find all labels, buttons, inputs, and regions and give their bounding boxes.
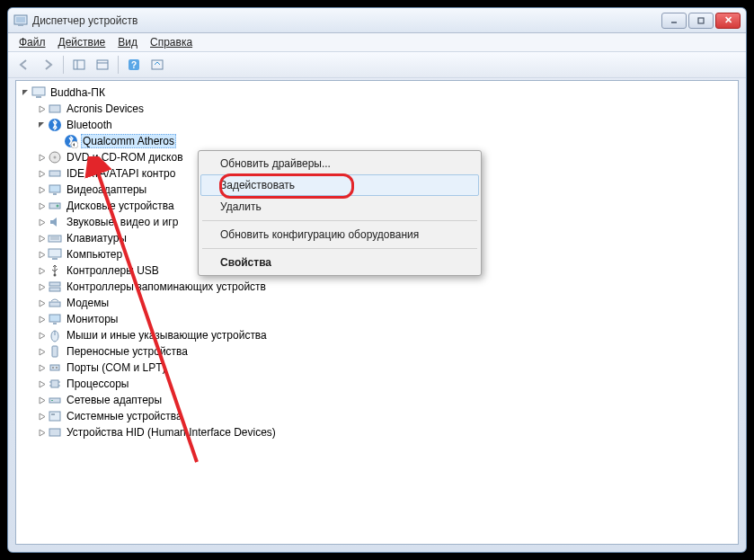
svg-rect-42 [51,380,58,387]
svg-rect-28 [49,249,61,257]
ctx-scan[interactable]: Обновить конфигурацию оборудования [200,224,479,245]
tree-item-cpu[interactable]: Процессоры [36,376,738,392]
properties-button[interactable] [92,54,113,76]
ctx-delete[interactable]: Удалить [200,196,479,218]
collapse-icon[interactable] [36,362,47,373]
menu-view[interactable]: Вид [112,34,143,50]
tree-item-mouse[interactable]: Мыши и иные указывающие устройства [36,327,738,343]
collapse-icon[interactable] [36,411,47,422]
back-button[interactable] [13,54,35,76]
svg-rect-34 [49,315,60,322]
close-button[interactable]: ✕ [715,13,741,29]
svg-rect-2 [18,24,23,26]
toolbar: ? [8,51,746,78]
collapse-icon[interactable] [36,184,47,195]
tree-item-storage[interactable]: Контроллеры запоминающих устройств [36,279,738,295]
tree-root[interactable]: Buddha-ПК [20,84,738,101]
sound-icon [48,215,62,229]
menu-help[interactable]: Справка [145,34,198,50]
svg-rect-5 [74,60,84,69]
monitor-icon [48,312,62,326]
expand-icon[interactable] [20,87,31,98]
svg-rect-38 [52,346,58,357]
tree-item-monitor[interactable]: Мониторы [36,311,738,327]
hid-icon [48,425,62,440]
svg-rect-29 [52,258,58,260]
tree-item-network[interactable]: Сетевые адаптеры [36,392,738,408]
network-icon [48,393,62,407]
collapse-icon[interactable] [36,427,47,438]
titlebar[interactable]: Диспетчер устройств ✕ [8,8,746,33]
collapse-icon[interactable] [36,298,47,308]
forward-button[interactable] [37,54,58,76]
help-button[interactable]: ? [123,54,145,76]
port-icon [48,360,62,375]
tree-item-bt-device[interactable]: Qualcomm Atheros [52,133,738,149]
menu-action[interactable]: Действие [53,34,111,50]
disk-icon [48,199,62,213]
collapse-icon[interactable] [36,152,47,163]
svg-point-41 [56,367,58,369]
bluetooth-device-icon [64,134,78,148]
keyboard-icon [48,231,62,245]
computer-icon [48,247,62,262]
svg-rect-4 [698,18,704,23]
bluetooth-icon [48,118,62,132]
menu-file[interactable]: Файл [13,34,51,50]
context-menu: Обновить драйверы... Задействовать Удали… [198,150,482,276]
tree-item-hid[interactable]: Устройства HID (Human Interface Devices) [36,424,738,440]
toolbar-separator [63,56,64,74]
svg-point-40 [52,367,54,369]
ctx-separator [202,220,477,221]
collapse-icon[interactable] [36,378,47,389]
toolbar-separator [118,56,119,74]
ctx-properties[interactable]: Свойства [200,252,479,273]
svg-rect-7 [97,60,108,69]
svg-point-19 [54,156,57,159]
svg-text:?: ? [131,60,137,70]
display-icon [48,182,62,197]
tree-item-modem[interactable]: Модемы [36,295,738,311]
collapse-icon[interactable] [36,395,47,405]
svg-rect-20 [49,171,60,176]
maximize-button[interactable] [688,13,714,29]
tree-item-system[interactable]: Системные устройства [36,408,738,424]
collapse-icon[interactable] [36,346,47,357]
collapse-icon[interactable] [36,265,47,276]
tree-item-bluetooth[interactable]: Bluetooth [36,117,738,133]
ctx-update-drivers[interactable]: Обновить драйверы... [200,153,479,174]
collapse-icon[interactable] [36,314,47,324]
svg-rect-1 [16,17,25,22]
svg-rect-50 [51,413,55,415]
ide-icon [48,166,62,181]
collapse-icon[interactable] [36,330,47,341]
collapse-icon[interactable] [36,233,47,244]
ctx-enable[interactable]: Задействовать [200,174,479,196]
window-title: Диспетчер устройств [32,14,661,27]
svg-rect-21 [49,185,60,192]
collapse-icon[interactable] [36,249,47,260]
usb-icon [48,263,62,278]
svg-rect-47 [49,398,60,403]
tree-item-portable[interactable]: Переносные устройства [36,343,738,360]
collapse-icon[interactable] [36,103,47,114]
svg-rect-51 [49,429,60,436]
svg-point-30 [54,274,57,277]
svg-rect-12 [32,87,45,95]
expand-icon[interactable] [36,120,47,130]
collapse-icon[interactable] [36,281,47,292]
collapse-icon[interactable] [36,217,47,227]
scan-button[interactable] [146,54,168,76]
svg-rect-35 [53,323,57,324]
tree-item-acronis[interactable]: Acronis Devices [36,101,738,117]
portable-icon [48,344,62,359]
tree-item-ports[interactable]: Порты (COM и LPT) [36,360,738,376]
collapse-icon[interactable] [36,168,47,179]
modem-icon [48,296,62,310]
collapse-icon[interactable] [36,200,47,211]
dvd-icon [48,150,62,164]
menubar: Файл Действие Вид Справка [8,33,746,51]
minimize-button[interactable] [661,13,687,29]
show-hide-button[interactable] [68,54,90,76]
svg-rect-49 [49,412,60,421]
